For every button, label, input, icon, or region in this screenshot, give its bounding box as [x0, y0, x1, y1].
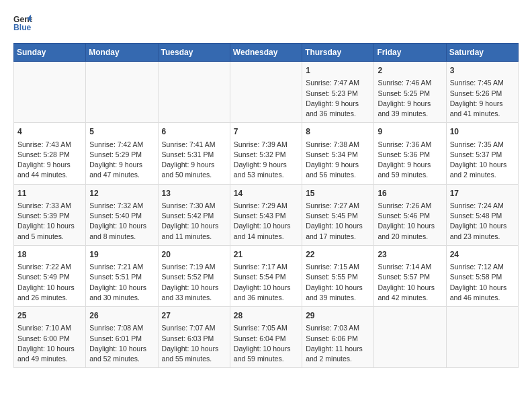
day-info: Daylight: 10 hours and 17 minutes.	[306, 221, 370, 241]
day-info: Sunrise: 7:30 AM	[162, 201, 226, 211]
day-header-monday: Monday	[86, 44, 158, 62]
day-number: 18	[17, 249, 82, 261]
day-number: 17	[450, 188, 515, 199]
day-info: Sunset: 5:48 PM	[450, 211, 515, 221]
calendar-cell	[14, 62, 86, 123]
day-info: Sunset: 6:04 PM	[234, 334, 298, 344]
day-info: Sunset: 5:37 PM	[450, 150, 515, 160]
day-number: 24	[450, 249, 515, 261]
day-info: Sunrise: 7:39 AM	[234, 140, 298, 150]
day-number: 6	[162, 126, 226, 138]
day-info: Sunrise: 7:27 AM	[306, 201, 370, 211]
calendar-cell	[86, 62, 158, 123]
day-info: Sunset: 6:06 PM	[306, 334, 370, 344]
day-info: Sunrise: 7:03 AM	[306, 323, 370, 333]
day-number: 14	[234, 188, 298, 199]
calendar-cell: 2Sunrise: 7:46 AMSunset: 5:25 PMDaylight…	[374, 62, 446, 123]
day-info: Sunrise: 7:08 AM	[89, 323, 154, 333]
day-number: 2	[378, 65, 442, 77]
calendar-header-row: SundayMondayTuesdayWednesdayThursdayFrid…	[14, 44, 519, 62]
day-info: Sunrise: 7:46 AM	[378, 78, 442, 88]
day-info: Sunrise: 7:22 AM	[17, 262, 82, 272]
calendar-cell: 11Sunrise: 7:33 AMSunset: 5:39 PMDayligh…	[14, 184, 86, 245]
page-header: General Blue	[13, 13, 519, 32]
calendar-week-row: 18Sunrise: 7:22 AMSunset: 5:49 PMDayligh…	[14, 245, 519, 306]
day-number: 3	[450, 65, 515, 77]
day-info: Sunset: 5:36 PM	[378, 150, 442, 160]
calendar-cell: 7Sunrise: 7:39 AMSunset: 5:32 PMDaylight…	[230, 123, 302, 184]
day-info: Sunrise: 7:05 AM	[234, 323, 298, 333]
day-header-friday: Friday	[374, 44, 446, 62]
day-info: Sunrise: 7:47 AM	[306, 78, 370, 88]
calendar-cell: 24Sunrise: 7:12 AMSunset: 5:58 PMDayligh…	[446, 245, 518, 306]
day-info: Sunset: 6:03 PM	[162, 334, 226, 344]
day-info: Sunset: 6:01 PM	[89, 334, 154, 344]
day-number: 25	[17, 310, 82, 322]
calendar-cell: 15Sunrise: 7:27 AMSunset: 5:45 PMDayligh…	[302, 184, 374, 245]
day-info: Daylight: 10 hours and 20 minutes.	[378, 221, 442, 241]
day-info: Sunrise: 7:43 AM	[17, 140, 82, 150]
calendar-cell: 20Sunrise: 7:19 AMSunset: 5:52 PMDayligh…	[158, 245, 230, 306]
calendar-cell: 17Sunrise: 7:24 AMSunset: 5:48 PMDayligh…	[446, 184, 518, 245]
day-number: 27	[162, 310, 226, 322]
day-number: 28	[234, 310, 298, 322]
day-info: Sunset: 5:51 PM	[89, 272, 154, 282]
day-info: Sunrise: 7:17 AM	[234, 262, 298, 272]
day-info: Sunset: 5:42 PM	[162, 211, 226, 221]
logo-icon: General Blue	[13, 13, 32, 32]
day-header-saturday: Saturday	[446, 44, 518, 62]
day-info: Daylight: 10 hours and 36 minutes.	[234, 283, 298, 303]
calendar-cell: 27Sunrise: 7:07 AMSunset: 6:03 PMDayligh…	[158, 307, 230, 368]
day-info: Sunrise: 7:35 AM	[450, 140, 515, 150]
day-info: Sunrise: 7:42 AM	[89, 140, 154, 150]
calendar-week-row: 25Sunrise: 7:10 AMSunset: 6:00 PMDayligh…	[14, 307, 519, 368]
calendar-cell	[446, 307, 518, 368]
day-header-tuesday: Tuesday	[158, 44, 230, 62]
calendar-cell: 18Sunrise: 7:22 AMSunset: 5:49 PMDayligh…	[14, 245, 86, 306]
day-info: Daylight: 10 hours and 52 minutes.	[89, 344, 154, 364]
calendar-cell: 10Sunrise: 7:35 AMSunset: 5:37 PMDayligh…	[446, 123, 518, 184]
calendar-cell: 8Sunrise: 7:38 AMSunset: 5:34 PMDaylight…	[302, 123, 374, 184]
day-info: Sunset: 5:40 PM	[89, 211, 154, 221]
day-info: Sunset: 5:25 PM	[378, 89, 442, 99]
day-info: Daylight: 9 hours and 41 minutes.	[450, 99, 515, 119]
calendar-cell: 19Sunrise: 7:21 AMSunset: 5:51 PMDayligh…	[86, 245, 158, 306]
day-info: Sunset: 5:28 PM	[17, 150, 82, 160]
day-info: Sunrise: 7:07 AM	[162, 323, 226, 333]
day-number: 1	[306, 65, 370, 77]
day-info: Sunset: 6:00 PM	[17, 334, 82, 344]
day-info: Sunset: 5:26 PM	[450, 89, 515, 99]
day-info: Sunset: 5:45 PM	[306, 211, 370, 221]
calendar-cell: 23Sunrise: 7:14 AMSunset: 5:57 PMDayligh…	[374, 245, 446, 306]
calendar-cell: 5Sunrise: 7:42 AMSunset: 5:29 PMDaylight…	[86, 123, 158, 184]
day-info: Daylight: 10 hours and 30 minutes.	[89, 283, 154, 303]
day-info: Daylight: 10 hours and 55 minutes.	[162, 344, 226, 364]
day-info: Sunrise: 7:32 AM	[89, 201, 154, 211]
day-number: 26	[89, 310, 154, 322]
day-number: 8	[306, 126, 370, 138]
calendar-cell: 26Sunrise: 7:08 AMSunset: 6:01 PMDayligh…	[86, 307, 158, 368]
day-info: Sunset: 5:58 PM	[450, 272, 515, 282]
calendar-cell: 1Sunrise: 7:47 AMSunset: 5:23 PMDaylight…	[302, 62, 374, 123]
calendar-cell: 3Sunrise: 7:45 AMSunset: 5:26 PMDaylight…	[446, 62, 518, 123]
day-number: 19	[89, 249, 154, 261]
day-info: Sunrise: 7:33 AM	[17, 201, 82, 211]
day-info: Sunset: 5:55 PM	[306, 272, 370, 282]
day-info: Daylight: 10 hours and 2 minutes.	[450, 160, 515, 180]
day-header-sunday: Sunday	[14, 44, 86, 62]
day-number: 12	[89, 188, 154, 199]
day-info: Sunrise: 7:24 AM	[450, 201, 515, 211]
day-info: Sunset: 5:34 PM	[306, 150, 370, 160]
day-number: 4	[17, 126, 82, 138]
day-header-thursday: Thursday	[302, 44, 374, 62]
day-info: Daylight: 10 hours and 11 minutes.	[162, 221, 226, 241]
day-info: Sunset: 5:52 PM	[162, 272, 226, 282]
day-info: Daylight: 10 hours and 59 minutes.	[234, 344, 298, 364]
calendar-cell: 9Sunrise: 7:36 AMSunset: 5:36 PMDaylight…	[374, 123, 446, 184]
day-number: 15	[306, 188, 370, 199]
day-info: Sunrise: 7:12 AM	[450, 262, 515, 272]
calendar-week-row: 11Sunrise: 7:33 AMSunset: 5:39 PMDayligh…	[14, 184, 519, 245]
day-info: Sunset: 5:49 PM	[17, 272, 82, 282]
day-info: Sunset: 5:57 PM	[378, 272, 442, 282]
day-info: Daylight: 11 hours and 2 minutes.	[306, 344, 370, 364]
